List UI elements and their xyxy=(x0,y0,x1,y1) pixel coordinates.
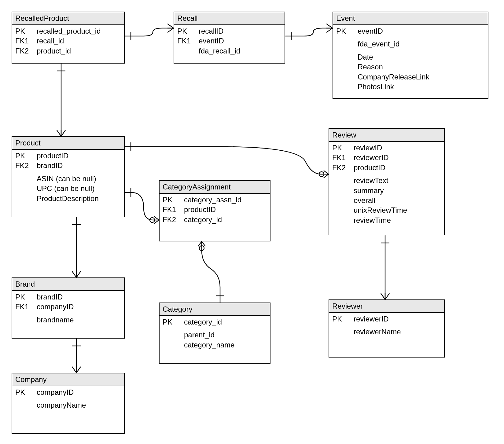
attribute-name: productID xyxy=(37,151,121,161)
attribute-row: overall xyxy=(329,196,444,205)
erd-canvas: RecalledProductPKrecalled_product_idFK1r… xyxy=(0,0,504,444)
entity-brand: BrandPKbrandIDFK1companyIDbrandname xyxy=(12,277,125,339)
attribute-row: FK1companyID xyxy=(12,302,124,312)
attribute-name: category_assn_id xyxy=(184,195,267,205)
attribute-row: FK1eventID xyxy=(174,36,285,46)
attribute-row: reviewTime xyxy=(329,215,444,225)
row-gap xyxy=(329,324,444,327)
attribute-name: fda_event_id xyxy=(358,39,485,49)
key-label: PK xyxy=(15,387,37,397)
attribute-row: category_name xyxy=(160,340,270,350)
attribute-name: overall xyxy=(354,196,441,205)
key-label: FK1 xyxy=(15,36,37,46)
entity-body: PKreviewIDFK1reviewerIDFK2productIDrevie… xyxy=(329,142,444,228)
row-gap xyxy=(333,49,488,52)
attribute-row: PKcategory_assn_id xyxy=(160,195,270,205)
entity-body: PKcategory_idparent_idcategory_name xyxy=(160,316,270,353)
attribute-name: product_id xyxy=(37,46,121,56)
entity-title: Reviewer xyxy=(329,300,444,313)
attribute-row: PKreviewerID xyxy=(329,314,444,324)
row-gap xyxy=(329,173,444,176)
attribute-row: PKproductID xyxy=(12,151,124,161)
attribute-name: UPC (can be null) xyxy=(37,184,121,193)
key-label: PK xyxy=(336,26,358,36)
row-gap xyxy=(12,397,124,400)
attribute-name: Reason xyxy=(358,62,485,72)
attribute-row: FK1recall_id xyxy=(12,36,124,46)
entity-body: PKcategory_assn_idFK1productIDFK2categor… xyxy=(160,194,270,228)
row-gap xyxy=(333,36,488,39)
entity-company: CompanyPKcompanyIDcompanyName xyxy=(12,373,125,434)
entity-body: PKrecallIDFK1eventIDfda_recall_id xyxy=(174,25,285,59)
attribute-name: brandname xyxy=(37,315,121,325)
entity-title: Product xyxy=(12,137,124,150)
attribute-row: unixReviewTime xyxy=(329,205,444,215)
attribute-name: parent_id xyxy=(184,330,267,340)
entity-title: Category xyxy=(160,303,270,316)
key-label: PK xyxy=(15,292,37,302)
attribute-name: reviewerName xyxy=(354,327,441,337)
svg-point-0 xyxy=(150,218,155,222)
attribute-name: CompanyReleaseLink xyxy=(358,72,485,82)
attribute-row: PKrecallID xyxy=(174,26,285,36)
attribute-name: Date xyxy=(358,52,485,62)
entity-title: Recall xyxy=(174,12,285,25)
attribute-row: reviewText xyxy=(329,176,444,185)
entity-recalled-product: RecalledProductPKrecalled_product_idFK1r… xyxy=(12,12,125,64)
attribute-name: brandID xyxy=(37,161,121,171)
attribute-row: PKbrandID xyxy=(12,292,124,302)
attribute-name: recall_id xyxy=(37,36,121,46)
attribute-row: ASIN (can be null) xyxy=(12,174,124,184)
row-gap xyxy=(12,171,124,174)
key-label: PK xyxy=(15,26,37,36)
key-label: FK2 xyxy=(163,215,184,225)
attribute-row: PhotosLink xyxy=(333,82,488,92)
row-gap xyxy=(12,312,124,315)
svg-point-2 xyxy=(319,172,324,177)
key-label: FK2 xyxy=(332,163,354,173)
attribute-row: ProductDescription xyxy=(12,194,124,204)
key-label: PK xyxy=(177,26,199,36)
attribute-row: UPC (can be null) xyxy=(12,184,124,193)
key-label: FK1 xyxy=(163,205,184,215)
attribute-name: category_id xyxy=(184,215,267,225)
attribute-name: unixReviewTime xyxy=(354,205,441,215)
attribute-row: PKrecalled_product_id xyxy=(12,26,124,36)
entity-category: CategoryPKcategory_idparent_idcategory_n… xyxy=(159,303,270,364)
attribute-row: brandname xyxy=(12,315,124,325)
attribute-name: ASIN (can be null) xyxy=(37,174,121,184)
attribute-name: reviewerID xyxy=(354,314,441,324)
attribute-name: category_id xyxy=(184,317,267,327)
key-label: PK xyxy=(163,195,184,205)
entity-body: PKcompanyIDcompanyName xyxy=(12,386,124,413)
attribute-row: PKcompanyID xyxy=(12,387,124,397)
attribute-name: reviewerID xyxy=(354,153,441,163)
entity-title: CategoryAssignment xyxy=(160,181,270,194)
attribute-row: FK2category_id xyxy=(160,215,270,225)
attribute-name: eventID xyxy=(199,36,281,46)
attribute-row: FK2productID xyxy=(329,163,444,173)
attribute-row: fda_event_id xyxy=(333,39,488,49)
attribute-name: category_name xyxy=(184,340,267,350)
key-label: FK2 xyxy=(15,161,37,171)
entity-category-assignment: CategoryAssignmentPKcategory_assn_idFK1p… xyxy=(159,180,270,241)
entity-title: Event xyxy=(333,12,488,25)
attribute-name: summary xyxy=(354,186,441,196)
attribute-row: FK1productID xyxy=(160,205,270,215)
entity-title: Review xyxy=(329,129,444,142)
entity-body: PKrecalled_product_idFK1recall_idFK2prod… xyxy=(12,25,124,59)
entity-title: RecalledProduct xyxy=(12,12,124,25)
attribute-name: companyID xyxy=(37,387,121,397)
attribute-row: CompanyReleaseLink xyxy=(333,72,488,82)
attribute-name: reviewText xyxy=(354,176,441,185)
entity-body: PKeventIDfda_event_idDateReasonCompanyRe… xyxy=(333,25,488,95)
key-label: FK1 xyxy=(15,302,37,312)
attribute-row: Reason xyxy=(333,62,488,72)
attribute-row: companyName xyxy=(12,400,124,410)
svg-point-1 xyxy=(199,246,204,251)
attribute-name: companyName xyxy=(37,400,121,410)
entity-reviewer: ReviewerPKreviewerIDreviewerName xyxy=(329,299,445,358)
attribute-row: reviewerName xyxy=(329,327,444,337)
key-label: PK xyxy=(332,314,354,324)
entity-product: ProductPKproductIDFK2brandIDASIN (can be… xyxy=(12,136,125,217)
